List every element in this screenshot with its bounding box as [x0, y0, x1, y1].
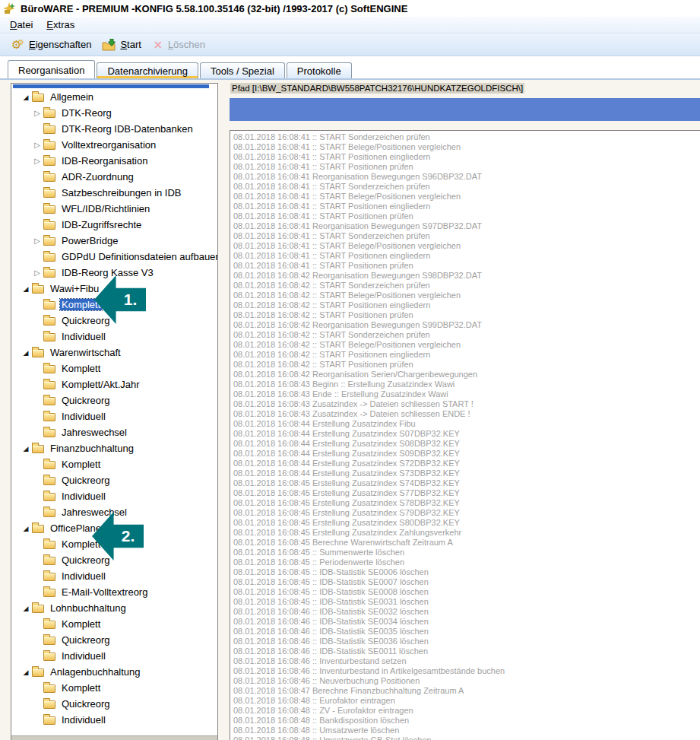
- tree-item-label: Quickreorg: [60, 395, 112, 406]
- toolbar-button-eigenschaften[interactable]: ⚙ Eigenschaften: [6, 36, 97, 54]
- tree-item-quickreorg[interactable]: Quickreorg: [11, 392, 217, 408]
- tree-item-komplett[interactable]: Komplett: [11, 680, 217, 696]
- tree-item-quickreorg[interactable]: Quickreorg: [11, 632, 217, 648]
- log-output[interactable]: 08.01.2018 16:08:41 :: START Sonderzeich…: [230, 130, 700, 740]
- tree-item-quickreorg[interactable]: Quickreorg: [11, 696, 217, 712]
- tree-item-allgemein[interactable]: ◢Allgemein: [11, 89, 217, 105]
- tree: ◢Allgemein▷DTK-ReorgDTK-Reorg IDB-Datenb…: [11, 89, 217, 728]
- tree-item-label: Warenwirtschaft: [49, 347, 122, 358]
- log-line: 08.01.2018 16:08:41 :: START Belege/Posi…: [233, 192, 700, 202]
- log-line: 08.01.2018 16:08:48 :: Eurofaktor eintra…: [233, 696, 700, 706]
- folder-icon: [43, 557, 55, 565]
- folder-icon: [43, 221, 55, 230]
- tree-item-label: Quickreorg: [60, 634, 112, 646]
- log-line: 08.01.2018 16:08:45 Erstellung Zusatzind…: [233, 498, 700, 508]
- tree-item-adr-zuordnung[interactable]: ADR-Zuordnung: [11, 169, 217, 185]
- folder-icon: [43, 157, 55, 166]
- tree-item-individuell[interactable]: Individuell: [11, 568, 217, 584]
- tree-item-komplett[interactable]: Komplett: [11, 456, 217, 472]
- tree-item-label: Komplett: [60, 363, 102, 374]
- expander-collapsed-icon[interactable]: ▷: [33, 268, 42, 277]
- expander-expanded-icon[interactable]: ◢: [21, 285, 30, 293]
- tree-item-label: Lohnbuchhaltung: [49, 602, 128, 614]
- tree-item-wfl-idb-richtlinien[interactable]: WFL/IDB/Richtlinien: [11, 201, 217, 217]
- tree-item-individuell[interactable]: Individuell: [11, 329, 217, 345]
- folder-icon: [43, 237, 55, 246]
- tree-item-idb-zugriffsrechte[interactable]: IDB-Zugriffsrechte: [11, 217, 217, 233]
- tree-item-individuell[interactable]: Individuell: [11, 712, 217, 728]
- tree-item-dtk-reorg-idb-datenbanken[interactable]: DTK-Reorg IDB-Datenbanken: [11, 121, 217, 137]
- tree-item-volltextreorganisation[interactable]: ▷Volltextreorganisation: [11, 137, 217, 153]
- folder-icon: [43, 397, 55, 405]
- toolbar-button-label: Eigenschaften: [29, 39, 91, 50]
- folder-icon: [43, 365, 55, 373]
- log-line: 08.01.2018 16:08:46 :: IDB-Statistik SE0…: [233, 637, 700, 646]
- tree-item-individuell[interactable]: Individuell: [11, 408, 217, 424]
- folder-icon: [43, 461, 55, 469]
- log-line: 08.01.2018 16:08:45 :: IDB-Statistik SE0…: [233, 567, 700, 577]
- expander-expanded-icon[interactable]: ◢: [21, 605, 30, 612]
- tree-item-idb-reorganisation[interactable]: ▷IDB-Reorganisation: [11, 153, 217, 169]
- tab-protokolle[interactable]: Protokolle: [287, 62, 352, 78]
- tree-item-komplett-akt-jahr[interactable]: Komplett/Akt.Jahr: [11, 376, 217, 392]
- expander-expanded-icon[interactable]: ◢: [21, 94, 30, 101]
- tree-item-label: Komplett: [60, 682, 102, 694]
- log-line: 08.01.2018 16:08:45 :: IDB-Statistik SE0…: [233, 597, 700, 607]
- folder-icon: [32, 285, 44, 294]
- tree-item-powerbridge[interactable]: ▷PowerBridge: [11, 233, 217, 249]
- tab-datenarchivierung[interactable]: Datenarchivierung: [97, 62, 198, 78]
- folder-icon: [43, 125, 55, 134]
- tree-item-individuell[interactable]: Individuell: [11, 648, 217, 664]
- tab-tools-spezial[interactable]: Tools / Spezial: [200, 62, 285, 78]
- tree-item-komplett[interactable]: Komplett: [11, 360, 217, 376]
- expander-collapsed-icon[interactable]: ▷: [33, 237, 42, 245]
- tree-item-anlagenbuchhaltung[interactable]: ◢Anlagenbuchhaltung: [11, 664, 217, 680]
- folder-icon: [32, 349, 44, 357]
- log-line: 08.01.2018 16:08:41 :: START Belege/Posi…: [233, 241, 700, 251]
- expander-expanded-icon[interactable]: ◢: [21, 669, 30, 676]
- title-bar: BüroWARE - PREMIUM -KONFIG 5.58.100.3514…: [0, 0, 700, 17]
- expander-expanded-icon[interactable]: ◢: [21, 445, 30, 453]
- tab-bar: ReorganisationDatenarchivierungTools / S…: [0, 60, 700, 78]
- tree-item-label: WFL/IDB/Richtlinien: [60, 203, 151, 214]
- toolbar: ⚙ Eigenschaften Start ✕ Löschen: [0, 33, 700, 56]
- log-line: 08.01.2018 16:08:41 :: START Positionen …: [233, 261, 700, 271]
- tree-item-dtk-reorg[interactable]: ▷DTK-Reorg: [11, 105, 217, 121]
- tree-top-highlight: [13, 84, 209, 88]
- menu-item-datei[interactable]: Datei: [3, 17, 40, 32]
- tree-item-gdpdu-definitionsdateien-aufbauen[interactable]: GDPdU Definitionsdateien aufbauen: [11, 249, 217, 265]
- menu-item-extras[interactable]: Extras: [40, 17, 81, 32]
- log-line: 08.01.2018 16:08:46 :: IDB-Statistik SE0…: [233, 646, 700, 656]
- tree-item-label: DTK-Reorg: [60, 107, 113, 119]
- tree-item-warenwirtschaft[interactable]: ◢Warenwirtschaft: [11, 345, 217, 360]
- log-line: 08.01.2018 16:08:42 Reorganisation Beweg…: [233, 271, 700, 281]
- log-line: 08.01.2018 16:08:45 Erstellung Zusatzind…: [233, 488, 700, 498]
- folder-icon: [43, 509, 55, 517]
- tree-item-komplett[interactable]: Komplett: [11, 616, 217, 632]
- app-icon: [3, 2, 16, 14]
- toolbar-button-label: Löschen: [168, 39, 205, 50]
- tree-item-individuell[interactable]: Individuell: [11, 488, 217, 504]
- folder-icon: [43, 429, 55, 437]
- expander-collapsed-icon[interactable]: ▷: [33, 141, 42, 149]
- log-line: 08.01.2018 16:08:44 Erstellung Zusatzind…: [233, 449, 700, 459]
- log-line: 08.01.2018 16:08:46 :: IDB-Statistik SE0…: [233, 627, 700, 637]
- tree-item-e-mail-volltextreorg[interactable]: E-Mail-Volltextreorg: [11, 584, 217, 600]
- log-line: 08.01.2018 16:08:43 Zusatzindex -> Datei…: [233, 409, 700, 419]
- tree-item-satzbeschreibungen-in-idb[interactable]: Satzbeschreibungen in IDB: [11, 185, 217, 201]
- expander-collapsed-icon[interactable]: ▷: [33, 157, 42, 165]
- folder-icon: [32, 525, 44, 533]
- tree-item-quickreorg[interactable]: Quickreorg: [11, 472, 217, 488]
- tree-item-jahreswechsel[interactable]: Jahreswechsel: [11, 424, 217, 440]
- expander-expanded-icon[interactable]: ◢: [21, 349, 30, 357]
- toolbar-button-start[interactable]: Start: [97, 36, 146, 54]
- tab-reorganisation[interactable]: Reorganisation: [8, 60, 95, 78]
- tree-item-lohnbuchhaltung[interactable]: ◢Lohnbuchhaltung: [11, 600, 217, 616]
- tree-horizontal-scrollbar[interactable]: [11, 735, 217, 740]
- tree-item-label: Individuell: [60, 331, 107, 342]
- expander-collapsed-icon[interactable]: ▷: [33, 109, 42, 117]
- tree-item-finanzbuchhaltung[interactable]: ◢Finanzbuchhaltung: [11, 440, 217, 456]
- log-line: 08.01.2018 16:08:48 :: Umsatzwerte GB-St…: [233, 735, 700, 740]
- expander-expanded-icon[interactable]: ◢: [21, 525, 30, 532]
- log-line: 08.01.2018 16:08:46 :: IDB-Statistik SE0…: [233, 617, 700, 627]
